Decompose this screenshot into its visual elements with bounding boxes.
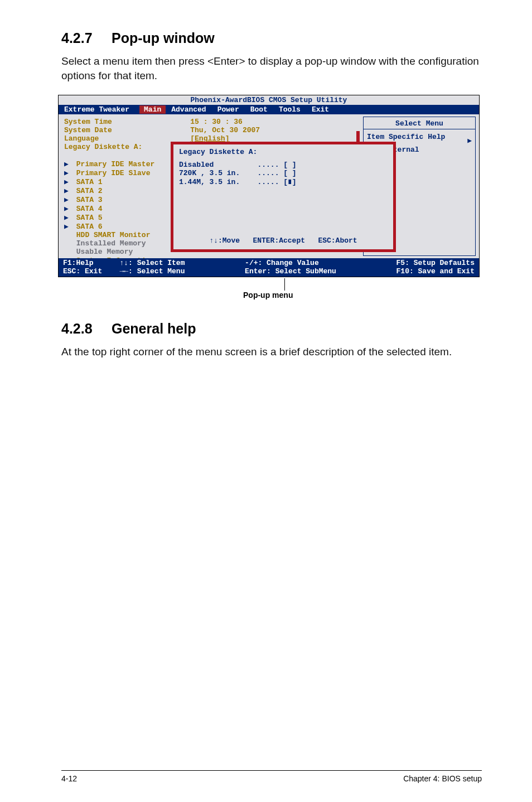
triangle-right-icon: ▶ (64, 168, 72, 177)
triangle-right-icon: ▶ (64, 204, 72, 213)
section-2-paragraph: At the top right corner of the menu scre… (61, 345, 482, 359)
bios-key-bar: F1:Help ↑↓: Select Item ESC: Exit →←: Se… (59, 258, 479, 277)
section-heading-4-2-7: 4.2.7Pop-up window (61, 30, 482, 46)
tab-advanced[interactable]: Advanced (166, 105, 211, 114)
tab-main[interactable]: Main (139, 105, 166, 114)
item-system-date[interactable]: System Date Thu, Oct 30 2007 (64, 126, 356, 134)
chapter-label: Chapter 4: BIOS setup (403, 774, 482, 783)
tab-exit[interactable]: Exit (306, 105, 335, 114)
keybar-col-3: F5: Setup Defaults F10: Save and Exit (396, 259, 475, 276)
caption-pointer-line (284, 278, 285, 291)
triangle-right-icon: ▶ (64, 177, 72, 186)
item-specific-help-label: Item Specific Help (367, 133, 445, 141)
bios-title: Phoenix-AwardBIOS CMOS Setup Utility (59, 95, 479, 105)
triangle-right-icon: ▶ (64, 213, 72, 222)
section-1-paragraph: Select a menu item then press <Enter> to… (61, 54, 482, 83)
tab-power[interactable]: Power (212, 105, 245, 114)
right-column-title: Select Menu (364, 117, 475, 129)
triangle-right-icon: ▶ (64, 186, 72, 195)
item-language[interactable]: Language [English] (64, 134, 356, 143)
page-number: 4-12 (61, 774, 77, 783)
triangle-right-icon: ▶ (64, 195, 72, 204)
popup-options: Disabled ..... [ ] 720K , 3.5 in. ..... … (173, 160, 393, 187)
tab-tools[interactable]: Tools (273, 105, 306, 114)
item-system-time[interactable]: System Time 15 : 30 : 36 (64, 118, 356, 126)
section-title: Pop-up window (112, 30, 215, 46)
triangle-right-icon: ▶ (64, 222, 72, 231)
triangle-right-icon: ▶ (467, 136, 472, 145)
page-footer: 4-12 Chapter 4: BIOS setup (0, 770, 532, 783)
figure-caption: Pop-up menu (243, 291, 293, 299)
popup-option-disabled[interactable]: Disabled ..... [ ] (179, 161, 297, 169)
tab-boot[interactable]: Boot (245, 105, 273, 114)
figure-caption-wrap: Pop-up menu (58, 281, 478, 304)
popup-option-720k[interactable]: 720K , 3.5 in. ..... [ ] (179, 169, 297, 177)
popup-option-1-44m[interactable]: 1.44M, 3.5 in. ..... [∎] (179, 178, 297, 186)
popup-title: Legacy Diskette A: (173, 144, 393, 160)
section-number: 4.2.7 (61, 30, 112, 46)
triangle-right-icon: ▶ (64, 256, 72, 258)
triangle-right-icon: ▶ (64, 160, 72, 168)
popup-help-line: ↑↓:Move ENTER:Accept ESC:Abort (179, 236, 388, 245)
keybar-col-2: -/+: Change Value Enter: Select SubMenu (245, 259, 336, 276)
popup-window: Legacy Diskette A: Disabled ..... [ ] 72… (171, 142, 395, 252)
footer-rule (61, 770, 482, 771)
bios-tab-bar: Extreme Tweaker Main Advanced Power Boot… (59, 105, 479, 114)
item-system-information[interactable]: ▶ System Information (64, 256, 356, 258)
section-title: General help (112, 321, 196, 336)
bios-body: System Time 15 : 30 : 36 System Date Thu… (59, 114, 479, 258)
keybar-col-1: F1:Help ↑↓: Select Item ESC: Exit →←: Se… (63, 259, 185, 276)
bios-window: Phoenix-AwardBIOS CMOS Setup Utility Ext… (58, 95, 480, 277)
section-number: 4.2.8 (61, 321, 112, 337)
section-heading-4-2-8: 4.2.8General help (61, 321, 482, 337)
tab-extreme-tweaker[interactable]: Extreme Tweaker (59, 105, 135, 114)
